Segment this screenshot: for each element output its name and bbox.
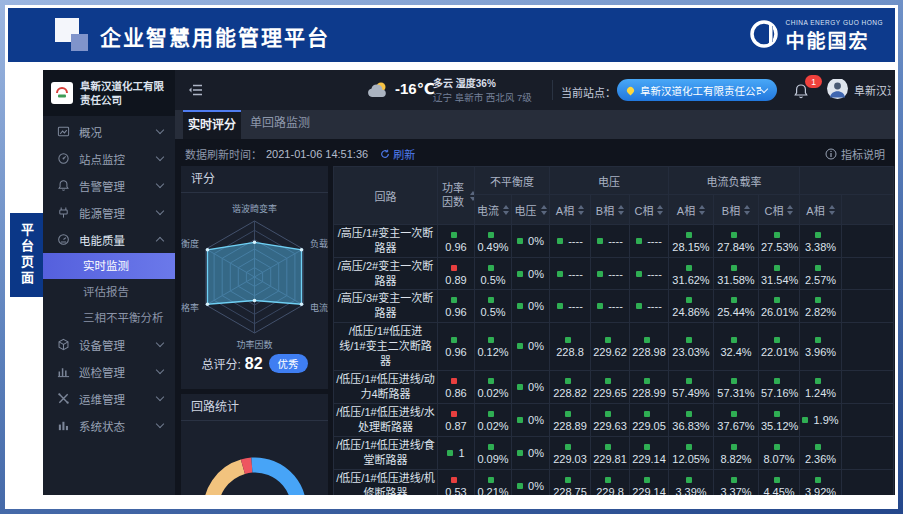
sidebar-subitem-realtime-monitoring[interactable]: 实时监测	[43, 253, 175, 279]
score-panel-title: 评分	[181, 166, 328, 193]
chevron-down-icon	[156, 420, 164, 428]
status-ok-icon	[557, 303, 563, 309]
sort-column-header[interactable]: 电流	[475, 195, 512, 225]
value-cell: 31.54%	[759, 257, 800, 290]
sidebar-collapse-button[interactable]	[188, 83, 203, 97]
site-selector[interactable]: 阜新汉道化工有限责任公司	[617, 79, 777, 101]
status-ok-icon	[565, 411, 571, 417]
sidebar-item-device-management[interactable]: 设备管理	[43, 331, 175, 358]
svg-text:合格率: 合格率	[181, 302, 199, 313]
status-ok-icon	[605, 444, 611, 450]
tab-realtime-score[interactable]: 实时评分	[183, 110, 241, 139]
status-ok-icon	[636, 271, 642, 277]
sort-column-header[interactable]: 电压	[512, 195, 550, 225]
value-cell: 25.44%	[714, 290, 759, 323]
monitor-icon	[57, 152, 70, 165]
energy-icon	[57, 206, 70, 219]
sidebar-item-site-monitoring[interactable]: 站点监控	[43, 145, 175, 172]
indicator-info-button[interactable]: 指标说明	[825, 146, 885, 162]
circuit-name-cell: /高压/3#变主一次断路器	[334, 290, 438, 323]
status-ok-icon	[605, 378, 611, 384]
notifications-button[interactable]: 1	[793, 79, 817, 103]
value-cell: 31.58%	[714, 257, 759, 290]
sidebar-item-label: 运维管理	[79, 391, 157, 407]
svg-text:不平衡度: 不平衡度	[181, 238, 199, 249]
value-cell: 35.12%	[759, 403, 800, 436]
value-cell: 4.45%	[759, 469, 800, 495]
sidebar-item-label: 站点监控	[79, 151, 157, 167]
value-cell: 57.31%	[714, 370, 759, 403]
tab-single-circuit[interactable]: 单回路监测	[241, 110, 319, 139]
value-cell: 31.62%	[669, 257, 714, 290]
chevron-down-icon	[156, 393, 164, 401]
chevron-up-icon	[156, 237, 164, 245]
status-ok-icon	[488, 265, 494, 271]
sort-arrows-icon	[470, 191, 475, 201]
svg-text:功率因数: 功率因数	[236, 339, 272, 350]
status-ok-icon	[731, 378, 737, 384]
sort-column-header[interactable]: A相	[800, 195, 842, 225]
table-row: /低压/1#低压进线/机修断路器0.530.21%0%228.75229.822…	[334, 469, 894, 495]
column-header-cut	[842, 195, 894, 225]
status-ok-icon	[517, 417, 523, 423]
sort-arrows-icon	[618, 205, 624, 215]
status-ok-icon	[644, 477, 650, 483]
circuit-name-cell: /低压/1#低压进线/水处理断路器	[334, 403, 438, 436]
user-menu[interactable]: 阜新汉道化工有限责任公	[827, 79, 891, 101]
sidebar: 阜新汉道化工有限责任公司 概况站点监控告警管理能源管理电能质量实时监测评估报告三…	[43, 70, 175, 495]
brand-tagline: CHINA ENERGY GUO HONG	[786, 19, 883, 26]
grade-badge: 优秀	[269, 354, 308, 373]
sort-power-factor-header[interactable]: 功率因数	[438, 167, 475, 225]
status-ok-icon	[488, 232, 494, 238]
status-ok-icon	[815, 265, 821, 271]
value-cell: 229.62	[591, 323, 630, 371]
site-selector-value: 阜新汉道化工有限责任公司	[640, 83, 761, 98]
value-cell: 26.01%	[759, 290, 800, 323]
value-cell: 229.81	[591, 436, 630, 469]
sort-column-header[interactable]: C相	[759, 195, 800, 225]
sidebar-item-alarm-management[interactable]: 告警管理	[43, 172, 175, 199]
status-ok-icon	[488, 378, 494, 384]
sort-column-header[interactable]: B相	[591, 195, 630, 225]
status-ok-icon	[686, 297, 692, 303]
sort-column-header[interactable]: A相	[550, 195, 591, 225]
sidebar-subitem-three-phase-unbalance[interactable]: 三相不平衡分析	[43, 305, 175, 331]
status-ok-icon	[731, 297, 737, 303]
sidebar-subitem-evaluation-report[interactable]: 评估报告	[43, 279, 175, 305]
value-cell: 2.57%	[800, 257, 842, 290]
value-cell-cut	[842, 257, 894, 290]
value-cell: 228.8	[550, 323, 591, 371]
value-cell: 0.02%	[475, 403, 512, 436]
sidebar-item-ops-management[interactable]: 运维管理	[43, 385, 175, 412]
sort-arrows-icon	[657, 205, 663, 215]
refresh-button[interactable]: 刷新	[380, 146, 415, 162]
circuit-table-wrap: 回路功率因数不平衡度电压电流负载率电流电压A相B相C相A相B相C相A相 /高压/…	[333, 166, 895, 495]
sidebar-item-overview[interactable]: 概况	[43, 118, 175, 145]
sidebar-item-inspection-management[interactable]: 巡检管理	[43, 358, 175, 385]
sort-column-header[interactable]: A相	[669, 195, 714, 225]
value-cell: 228.98	[630, 323, 669, 371]
circuit-name-cell: /低压/1#低压进线/动力4断路器	[334, 370, 438, 403]
value-cell: 228.89	[550, 403, 591, 436]
status-ok-icon	[565, 477, 571, 483]
sidebar-company: 阜新汉道化工有限责任公司	[43, 70, 175, 116]
status-ok-icon	[802, 417, 808, 423]
power-factor-cell: 0.86	[438, 370, 475, 403]
value-cell: 28.15%	[669, 225, 714, 258]
value-cell: 37.67%	[714, 403, 759, 436]
circuit-name-cell: /低压/1#低压进线/食堂断路器	[334, 436, 438, 469]
column-group-header: 不平衡度	[475, 167, 550, 195]
table-row: /低压/1#低压进线/食堂断路器10.09%0%229.03229.81229.…	[334, 436, 894, 469]
sort-arrows-icon	[578, 205, 584, 215]
value-cell-cut	[842, 370, 894, 403]
sidebar-item-system-status[interactable]: 系统状态	[43, 412, 175, 439]
sort-column-header[interactable]: B相	[714, 195, 759, 225]
location-pin-icon	[626, 85, 636, 95]
tab-bar: 实时评分 单回路监测	[175, 110, 895, 139]
sidebar-item-power-quality[interactable]: 电能质量	[43, 226, 175, 253]
value-cell: ----	[550, 257, 591, 290]
value-cell: ----	[550, 225, 591, 258]
sort-column-header[interactable]: C相	[630, 195, 669, 225]
sidebar-item-energy-management[interactable]: 能源管理	[43, 199, 175, 226]
topbar-divider	[552, 80, 553, 100]
